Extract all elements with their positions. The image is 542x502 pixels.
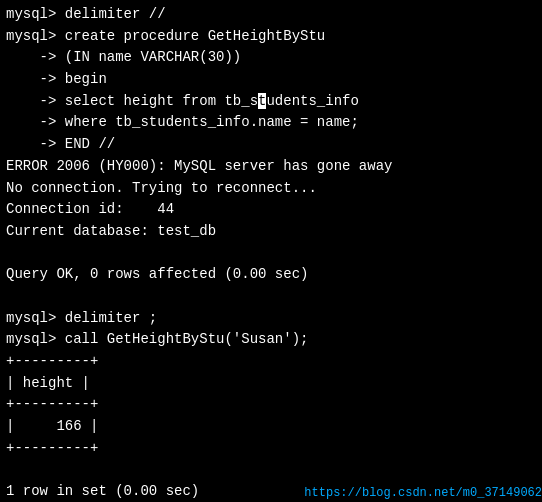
line-9: No connection. Trying to reconnect... [6,178,536,200]
terminal-window: mysql> delimiter // mysql> create proced… [0,0,542,502]
line-12 [6,243,536,265]
line-3: -> (IN name VARCHAR(30)) [6,47,536,69]
line-18: | height | [6,373,536,395]
line-5: -> select height from tb_students_info [6,91,536,113]
line-10: Connection id: 44 [6,199,536,221]
line-8: ERROR 2006 (HY000): MySQL server has gon… [6,156,536,178]
line-2: mysql> create procedure GetHeightByStu [6,26,536,48]
cursor: t [258,93,266,109]
line-15: mysql> delimiter ; [6,308,536,330]
line-14 [6,286,536,308]
line-4: -> begin [6,69,536,91]
line-16: mysql> call GetHeightByStu('Susan'); [6,329,536,351]
line-21: +---------+ [6,438,536,460]
line-6: -> where tb_students_info.name = name; [6,112,536,134]
line-20: | 166 | [6,416,536,438]
line-22 [6,459,536,481]
watermark: https://blog.csdn.net/m0_37149062 [304,486,542,500]
line-19: +---------+ [6,394,536,416]
line-7: -> END // [6,134,536,156]
line-1: mysql> delimiter // [6,4,536,26]
line-11: Current database: test_db [6,221,536,243]
line-17: +---------+ [6,351,536,373]
line-13: Query OK, 0 rows affected (0.00 sec) [6,264,536,286]
